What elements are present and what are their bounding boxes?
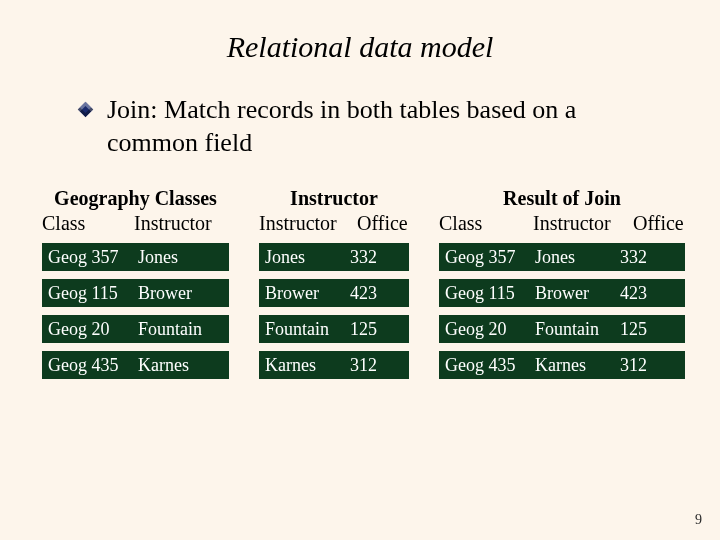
table-header-row: Instructor Office [259, 212, 409, 235]
cell: Karnes [265, 355, 350, 376]
table-row: Geog 20 Fountain [42, 315, 229, 343]
cell: Geog 435 [445, 355, 535, 376]
cell: 125 [350, 319, 392, 340]
cell: 423 [620, 283, 662, 304]
cell: Fountain [535, 319, 620, 340]
cell: Geog 435 [48, 355, 138, 376]
table-row: Geog 115 Brower 423 [439, 279, 685, 307]
table-row: Jones 332 [259, 243, 409, 271]
cell: Fountain [265, 319, 350, 340]
cell: Brower [265, 283, 350, 304]
table-row: Brower 423 [259, 279, 409, 307]
diamond-bullet-icon [78, 102, 94, 118]
cell: 332 [620, 247, 662, 268]
table-result-of-join: Result of Join Class Instructor Office G… [439, 187, 685, 379]
cell: 312 [620, 355, 662, 376]
slide-body: Join: Match records in both tables based… [0, 64, 720, 159]
table-title: Result of Join [439, 187, 685, 210]
table-row: Geog 20 Fountain 125 [439, 315, 685, 343]
cell: Brower [138, 283, 223, 304]
cell: Karnes [535, 355, 620, 376]
slide-title: Relational data model [0, 0, 720, 64]
table-title: Instructor [259, 187, 409, 210]
table-row: Geog 357 Jones 332 [439, 243, 685, 271]
table-instructor: Instructor Instructor Office Jones 332 B… [259, 187, 409, 379]
table-title: Geography Classes [42, 187, 229, 210]
table-row: Geog 357 Jones [42, 243, 229, 271]
table-row: Geog 115 Brower [42, 279, 229, 307]
cell: Geog 357 [48, 247, 138, 268]
cell: Fountain [138, 319, 223, 340]
table-header-row: Class Instructor Office [439, 212, 685, 235]
cell: Geog 115 [445, 283, 535, 304]
column-header: Instructor [533, 212, 633, 235]
cell: 332 [350, 247, 392, 268]
cell: 125 [620, 319, 662, 340]
table-row: Karnes 312 [259, 351, 409, 379]
column-header: Class [439, 212, 533, 235]
bullet-item: Join: Match records in both tables based… [80, 94, 660, 159]
cell: Karnes [138, 355, 223, 376]
table-rows: Jones 332 Brower 423 Fountain 125 Karnes… [259, 243, 409, 379]
column-header: Office [357, 212, 409, 235]
cell: Brower [535, 283, 620, 304]
column-header: Instructor [259, 212, 357, 235]
column-header: Instructor [134, 212, 229, 235]
table-rows: Geog 357 Jones Geog 115 Brower Geog 20 F… [42, 243, 229, 379]
cell: Geog 115 [48, 283, 138, 304]
page-number: 9 [695, 512, 702, 528]
table-row: Fountain 125 [259, 315, 409, 343]
cell: Jones [535, 247, 620, 268]
cell: 312 [350, 355, 392, 376]
cell: Jones [138, 247, 223, 268]
cell: Geog 20 [48, 319, 138, 340]
table-row: Geog 435 Karnes [42, 351, 229, 379]
table-geography-classes: Geography Classes Class Instructor Geog … [42, 187, 229, 379]
cell: Jones [265, 247, 350, 268]
bullet-text: Join: Match records in both tables based… [107, 94, 660, 159]
tables-container: Geography Classes Class Instructor Geog … [0, 159, 720, 379]
cell: Geog 357 [445, 247, 535, 268]
table-rows: Geog 357 Jones 332 Geog 115 Brower 423 G… [439, 243, 685, 379]
table-header-row: Class Instructor [42, 212, 229, 235]
slide: Relational data model Join: Match record… [0, 0, 720, 540]
column-header: Class [42, 212, 134, 235]
cell: Geog 20 [445, 319, 535, 340]
table-row: Geog 435 Karnes 312 [439, 351, 685, 379]
column-header: Office [633, 212, 685, 235]
cell: 423 [350, 283, 392, 304]
